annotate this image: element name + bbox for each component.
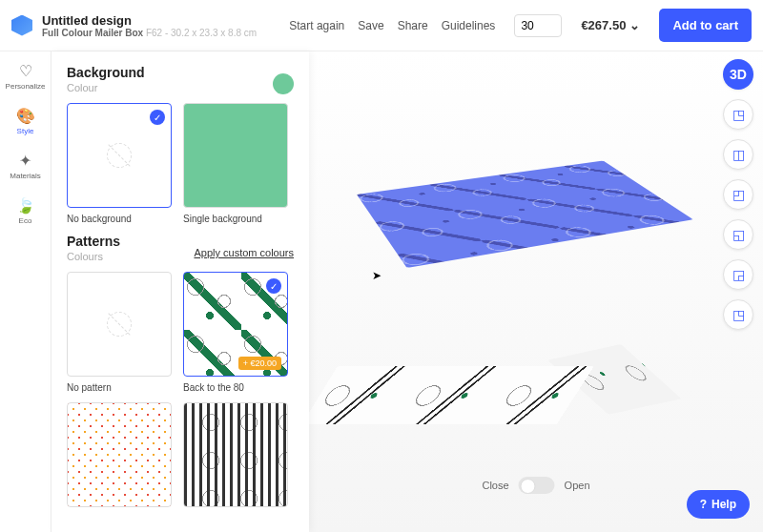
box-top-face — [357, 161, 693, 268]
patterns-heading: Patterns — [67, 234, 120, 249]
guidelines-link[interactable]: Guidelines — [442, 19, 496, 32]
swatch-label: No pattern — [67, 382, 172, 393]
swatch-label: Back to the 80 — [183, 382, 288, 393]
view-left-button[interactable]: ◱ — [723, 219, 753, 250]
main-area: ♡ Personalize 🎨 Style ✦ Materials 🍃 Eco … — [0, 51, 763, 532]
pattern-price-tag: + €20.00 — [238, 357, 281, 370]
cube-icon: ◫ — [732, 147, 745, 162]
header-bar: Untitled design Full Colour Mailer Box F… — [0, 0, 763, 51]
leaf-icon: 🍃 — [16, 195, 35, 215]
help-label: Help — [711, 498, 736, 511]
cube-icon: ◰ — [732, 187, 745, 202]
header-links: Start again Save Share Guidelines — [289, 19, 495, 32]
sidebar-item-eco[interactable]: 🍃 Eco — [16, 195, 35, 225]
background-color-dot[interactable] — [273, 73, 294, 94]
3d-canvas[interactable]: Close Open — [309, 51, 763, 532]
view-right-button[interactable]: ◲ — [723, 259, 753, 290]
palette-icon: 🎨 — [16, 106, 35, 125]
design-title[interactable]: Untitled design — [42, 13, 257, 28]
title-block: Untitled design Full Colour Mailer Box F… — [42, 13, 257, 38]
right-toolbar: 3D ◳ ◫ ◰ ◱ ◲ ◳ — [723, 59, 753, 330]
product-name: Full Colour Mailer Box — [42, 28, 143, 38]
sidebar-label: Materials — [10, 172, 40, 180]
swatch-pattern-dots[interactable] — [67, 402, 172, 507]
product-dimensions: F62 - 30.2 x 23.3 x 8.8 cm — [146, 28, 257, 38]
help-button[interactable]: ? Help — [687, 490, 750, 519]
view-iso-button[interactable]: ◳ — [723, 99, 753, 130]
swatch-label: No background — [67, 214, 172, 224]
quantity-input[interactable] — [514, 14, 562, 37]
save-link[interactable]: Save — [358, 19, 383, 32]
view-3d-button[interactable]: 3D — [723, 59, 753, 90]
patterns-sub: Colours — [67, 251, 120, 262]
start-again-link[interactable]: Start again — [289, 19, 344, 32]
box-front-face — [301, 366, 593, 424]
toggle-close-label: Close — [482, 480, 508, 491]
price-value: €267.50 — [581, 18, 626, 32]
sidebar-label: Personalize — [6, 82, 46, 91]
swatch-pattern-brush[interactable] — [183, 402, 288, 507]
sidebar-item-style[interactable]: 🎨 Style — [16, 106, 35, 135]
swatch-label: Single background — [183, 214, 288, 224]
style-panel: Background Colour ✓ No background Single… — [52, 51, 309, 532]
share-link[interactable]: Share — [398, 19, 428, 32]
price-display[interactable]: €267.50 ⌄ — [581, 18, 640, 32]
help-icon: ? — [700, 498, 707, 511]
cube-icon: ◳ — [732, 307, 745, 322]
check-icon: ✓ — [150, 110, 165, 125]
cube-icon: ◲ — [732, 267, 745, 282]
sidebar-label: Style — [17, 127, 34, 135]
apply-custom-colours-link[interactable]: Apply custom colours — [194, 247, 294, 258]
sidebar-label: Eco — [19, 216, 32, 225]
box-preview[interactable] — [328, 166, 691, 433]
swatch-single-background[interactable]: Single background — [183, 103, 288, 224]
box-open-toggle[interactable] — [519, 477, 555, 494]
sidebar-item-personalize[interactable]: ♡ Personalize — [6, 61, 46, 91]
sparkle-icon: ✦ — [15, 151, 34, 170]
cube-icon: ◱ — [732, 227, 745, 242]
background-heading: Background — [67, 65, 145, 80]
left-sidebar: ♡ Personalize 🎨 Style ✦ Materials 🍃 Eco — [0, 51, 52, 532]
heart-icon: ♡ — [16, 61, 35, 80]
sidebar-item-materials[interactable]: ✦ Materials — [10, 151, 40, 180]
swatch-back-to-80[interactable]: ✓ + €20.00 Back to the 80 — [183, 272, 288, 393]
cube-icon: ◳ — [732, 107, 745, 122]
view-top-button[interactable]: ◳ — [723, 299, 753, 330]
swatch-no-background[interactable]: ✓ No background — [67, 103, 172, 224]
toggle-open-label: Open — [565, 480, 590, 491]
view-back-button[interactable]: ◰ — [723, 179, 753, 210]
chevron-down-icon: ⌄ — [629, 18, 640, 32]
background-sub: Colour — [67, 82, 145, 93]
check-icon: ✓ — [266, 278, 281, 294]
add-to-cart-button[interactable]: Add to cart — [659, 9, 752, 42]
product-subtitle: Full Colour Mailer Box F62 - 30.2 x 23.3… — [42, 28, 257, 38]
swatch-no-pattern[interactable]: No pattern — [67, 272, 172, 393]
app-logo-icon — [11, 15, 32, 36]
3d-label: 3D — [730, 67, 747, 82]
view-front-button[interactable]: ◫ — [723, 139, 753, 170]
open-close-toggle: Close Open — [482, 477, 589, 494]
